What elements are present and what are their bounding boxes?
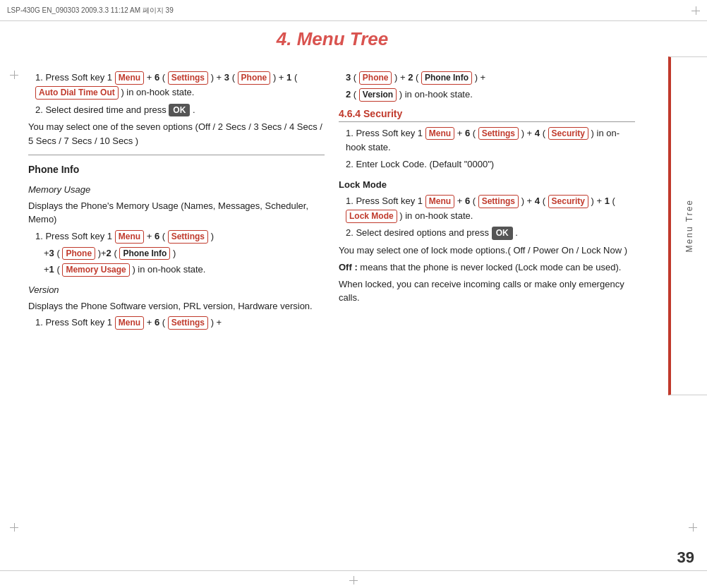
phone-tag3: Phone [359,71,392,85]
version-step: 1. Press Soft key 1 Menu + 6 ( Settings … [35,316,325,330]
corner-mark-bottom-center [349,576,358,584]
right-column: 3 ( Phone ) + 2 ( Phone Info ) + 2 ( Ver… [339,71,635,308]
lock-mode-desc: You may select one of lock mode options.… [339,244,635,258]
version-desc: Displays the Phone Software version, PRL… [28,299,325,313]
off-desc2: When locked, you can receive incoming ca… [339,277,635,305]
phone-info-heading: Phone Info [28,162,325,177]
sidebar-section: Menu Tree [668,56,707,395]
off-label: Off : [339,262,358,272]
security-step1: 1. Press Soft key 1 Menu + 6 ( Settings … [346,126,635,156]
version-cont2: 2 ( Version ) in on-hook state. [346,88,635,102]
off-desc1: Off : means that the phone is never lock… [339,260,635,275]
corner-mark-left [10,71,18,79]
memory-usage-desc: Displays the Phone's Memory Usage (Names… [28,199,325,227]
memory-step3: +1 ( Memory Usage ) in on-hook state. [44,263,325,277]
version-tag: Version [359,88,397,102]
memory-usage-heading: Memory Usage [28,183,325,197]
version-cont: 3 ( Phone ) + 2 ( Phone Info ) + [346,71,635,85]
corner-mark-bottom-left [10,523,18,532]
menu-tag3: Menu [115,316,144,330]
memory-step1: 1. Press Soft key 1 Menu + 6 ( Settings … [35,229,325,244]
lock-step1: 1. Press Soft key 1 Menu + 6 ( Settings … [346,194,635,224]
security-step2: 2. Enter Lock Code. (Default "0000") [346,157,635,172]
divider1 [28,155,325,155]
settings-tag4: Settings [478,127,519,140]
memory-usage-tag: Memory Usage [62,263,129,277]
settings-tag5: Settings [478,195,519,208]
auto-dial-tag: Auto Dial Time Out [35,86,119,100]
intro-step1: 1. Press Soft key 1 Menu + 6 ( Settings … [35,71,325,100]
security-heading: 4.6.4 Security [339,108,635,122]
menu-tag2: Menu [115,230,144,244]
phone-tag: Phone [238,71,271,85]
security-tag: Security [548,127,588,140]
corner-mark-top-right [691,6,700,15]
sidebar-label-text: Menu Tree [684,199,694,252]
phone-tag2: Phone [62,247,95,260]
corner-mark-bottom-right [689,523,697,532]
security-tag2: Security [548,195,588,208]
settings-tag: Settings [168,71,208,85]
version-heading: Version [28,283,325,297]
menu-tag: Menu [115,71,144,85]
menu-tag5: Menu [425,195,454,208]
settings-tag3: Settings [168,316,208,330]
phone-info-tag: Phone Info [119,247,170,260]
phone-info-tag2: Phone Info [421,71,472,85]
lock-mode-tag: Lock Mode [346,210,397,223]
lock-step2: 2. Select desired options and press OK . [346,226,635,241]
options-text: You may select one of the seven options … [28,120,325,148]
menu-tag4: Menu [425,127,454,140]
page-title: 4. Menu Tree [0,28,665,50]
left-column: 1. Press Soft key 1 Menu + 6 ( Settings … [28,71,325,332]
header-bar: LSP-430G EN_090303 2009.3.3 11:12 AM 페이지… [0,0,707,21]
memory-step2: +3 ( Phone )+2 ( Phone Info ) [44,246,325,261]
settings-tag2: Settings [168,230,208,244]
ok-tag: OK [169,104,190,117]
page-number: 39 [677,548,694,567]
ok-tag2: OK [492,227,513,240]
intro-step2: 2. Select desired time and press OK . [35,103,325,118]
header-text: LSP-430G EN_090303 2009.3.3 11:12 AM 페이지… [7,6,174,16]
off-desc-text: means that the phone is never locked (Lo… [360,262,621,272]
lock-mode-heading: Lock Mode [339,178,635,192]
